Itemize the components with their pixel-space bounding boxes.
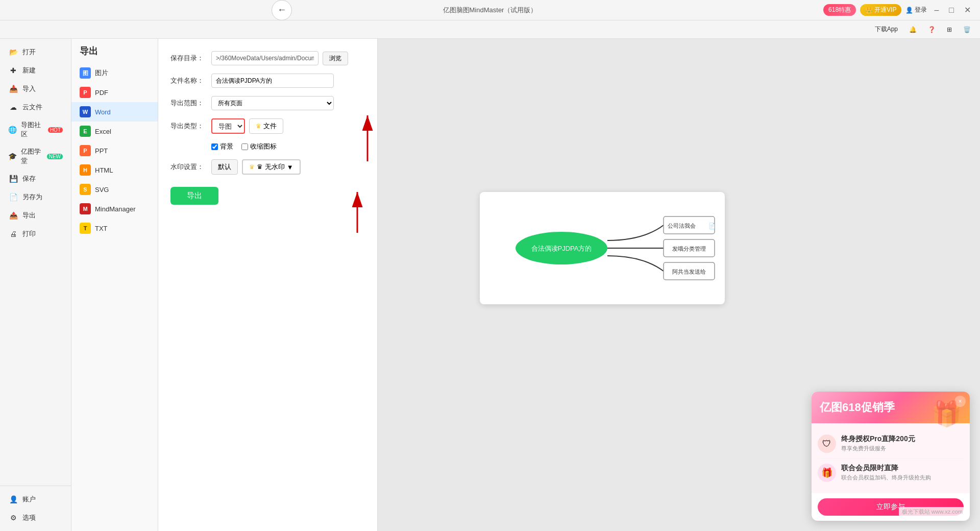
- bg-checkbox-label[interactable]: 背景: [211, 142, 233, 151]
- svg-icon: S: [80, 184, 91, 195]
- bg-checkbox[interactable]: [211, 143, 218, 150]
- export-txt[interactable]: T TXT: [71, 219, 158, 238]
- export-submit-btn[interactable]: 导出: [170, 187, 218, 205]
- promo-icon-2: 🎁: [818, 464, 836, 482]
- nav-academy[interactable]: 🎓 亿图学堂 NEW: [0, 143, 71, 170]
- promo-item1-main: 终身授权Pro直降200元: [841, 435, 915, 444]
- export-excel[interactable]: E Excel: [71, 122, 158, 141]
- close-btn[interactable]: ✕: [961, 4, 974, 16]
- export-html[interactable]: H HTML: [71, 160, 158, 180]
- promo-item2-main: 联合会员限时直降: [841, 464, 931, 473]
- watermark-label: 水印设置：: [170, 162, 211, 172]
- window-controls: – □ ✕: [931, 4, 974, 16]
- export-word[interactable]: W Word: [71, 102, 158, 122]
- new-icon: ✚: [8, 65, 18, 76]
- filename-label: 文件名称：: [170, 76, 211, 85]
- range-select[interactable]: 所有页面: [211, 96, 334, 110]
- promo-icon-1: 🛡: [818, 435, 836, 453]
- export-ppt[interactable]: P PPT: [71, 141, 158, 160]
- watermark-dropdown-icon: ▼: [287, 163, 293, 171]
- pdf-icon: P: [80, 87, 91, 98]
- nav-cloud[interactable]: ☁ 云文件: [0, 98, 71, 116]
- range-row: 导出范围： 所有页面: [170, 96, 365, 110]
- mindmap-preview: 合法偶读PJDPA方的 公司法我会 📄 发哦分类管理 阿共当发送给: [480, 192, 725, 304]
- promo-item2-sub: 联合会员权益加码、终身升级抢先购: [841, 474, 931, 481]
- watermark-crown-icon: ♛: [249, 163, 255, 171]
- html-icon: H: [80, 164, 91, 176]
- crown-icon: 👑: [865, 7, 873, 14]
- image-icon: 图: [80, 67, 91, 79]
- export-sidebar: 导出 图 图片 P PDF W Word E Excel P PPT H HTM…: [71, 39, 158, 531]
- checkbox-row: 背景 收缩图标: [211, 142, 365, 151]
- nav-export[interactable]: 📤 导出: [0, 206, 71, 225]
- maximize-btn[interactable]: □: [946, 5, 957, 16]
- help-icon[interactable]: ❓: [925, 25, 939, 34]
- arrow-annotation-2: [342, 187, 383, 238]
- svg-text:阿共当发送给: 阿共当发送给: [672, 269, 706, 275]
- nav-new[interactable]: ✚ 新建: [0, 61, 71, 80]
- print-icon: 🖨: [8, 229, 18, 239]
- nav-print[interactable]: 🖨 打印: [0, 225, 71, 243]
- svg-text:公司法我会: 公司法我会: [668, 223, 696, 229]
- nav-options[interactable]: ⚙ 选项: [0, 509, 71, 527]
- nav-account[interactable]: 👤 账户: [0, 490, 71, 509]
- shrink-checkbox[interactable]: [241, 143, 248, 150]
- promo-item-1: 🛡 终身授权Pro直降200元 尊享免费升级服务: [818, 429, 964, 458]
- btn-618[interactable]: 618特惠: [823, 4, 856, 16]
- apps-icon[interactable]: ⊞: [944, 25, 955, 34]
- download-app-btn[interactable]: 下载App: [872, 24, 901, 35]
- notification-icon[interactable]: 🔔: [906, 25, 920, 34]
- nav-community[interactable]: 🌐 导图社区 HOT: [0, 116, 71, 143]
- preview-area: 合法偶读PJDPA方的 公司法我会 📄 发哦分类管理 阿共当发送给 亿: [378, 39, 980, 531]
- btn-vip[interactable]: 👑 开通VIP: [860, 4, 901, 16]
- nav-import[interactable]: 📥 导入: [0, 80, 71, 98]
- vip-crown-icon: ♛: [256, 123, 261, 130]
- browse-btn[interactable]: 浏览: [323, 52, 348, 65]
- btn-login[interactable]: 👤 登录: [905, 6, 927, 14]
- save-icon: 💾: [8, 174, 18, 184]
- back-btn[interactable]: ←: [272, 0, 292, 20]
- export-mindmanager[interactable]: M MindManager: [71, 199, 158, 219]
- promo-item1-sub: 尊享免费升级服务: [841, 445, 915, 452]
- titlebar: ← 亿图脑图MindMaster（试用版） 618特惠 👑 开通VIP 👤 登录…: [0, 0, 980, 20]
- cloud-icon: ☁: [8, 102, 18, 112]
- more-icon[interactable]: 🗑️: [960, 25, 974, 34]
- save-dir-row: 保存目录： 浏览: [170, 51, 365, 65]
- nav-save[interactable]: 💾 保存: [0, 170, 71, 188]
- export-pdf[interactable]: P PDF: [71, 83, 158, 102]
- txt-icon: T: [80, 223, 91, 234]
- nav-saveas[interactable]: 📄 另存为: [0, 188, 71, 206]
- export-image[interactable]: 图 图片: [71, 63, 158, 83]
- toolbar: 下载App 🔔 ❓ ⊞ 🗑️: [0, 20, 980, 39]
- export-title: 导出: [71, 45, 158, 63]
- left-nav: 📂 打开 ✚ 新建 📥 导入 ☁ 云文件 🌐 导图社区 HOT 🎓 亿图学堂 N…: [0, 39, 71, 531]
- mindmap-svg: 合法偶读PJDPA方的 公司法我会 📄 发哦分类管理 阿共当发送给: [480, 192, 725, 304]
- community-icon: 🌐: [8, 125, 17, 135]
- import-icon: 📥: [8, 84, 18, 94]
- open-icon: 📂: [8, 47, 18, 57]
- watermark-none-select[interactable]: ♛ ♛ 无水印 ▼: [242, 159, 301, 175]
- type-label: 导出类型：: [170, 122, 211, 131]
- filename-input[interactable]: [211, 74, 334, 88]
- shrink-checkbox-label[interactable]: 收缩图标: [241, 142, 277, 151]
- export-svg[interactable]: S SVG: [71, 180, 158, 199]
- svg-text:合法偶读PJDPA方的: 合法偶读PJDPA方的: [531, 245, 592, 252]
- app-title: 亿图脑图MindMaster（试用版）: [443, 6, 537, 15]
- type-row: 导出类型： 导图 ♛ 文件: [170, 118, 365, 134]
- minimize-btn[interactable]: –: [931, 5, 942, 16]
- nav-open[interactable]: 📂 打开: [0, 43, 71, 61]
- watermark-row: 水印设置： 默认 ♛ ♛ 无水印 ▼: [170, 159, 365, 175]
- save-dir-input[interactable]: [211, 51, 318, 65]
- file-type-btn[interactable]: ♛ 文件: [249, 118, 283, 134]
- saveas-icon: 📄: [8, 192, 18, 202]
- gift-decoration: 🎁: [931, 400, 962, 428]
- watermark-default-btn[interactable]: 默认: [211, 159, 238, 175]
- new-badge: NEW: [47, 154, 63, 159]
- ppt-icon: P: [80, 145, 91, 156]
- watermark-logo: 极光下载站 www.xz.com: [899, 507, 966, 517]
- export-type-options: 导图 ♛ 文件: [211, 118, 283, 134]
- type-select[interactable]: 导图: [211, 118, 245, 134]
- mm-icon: M: [80, 203, 91, 214]
- range-label: 导出范围：: [170, 99, 211, 108]
- promo-popup: 亿图618促销季 × 🎁 🛡 终身授权Pro直降200元 尊享免费升级服务 🎁 …: [812, 392, 970, 521]
